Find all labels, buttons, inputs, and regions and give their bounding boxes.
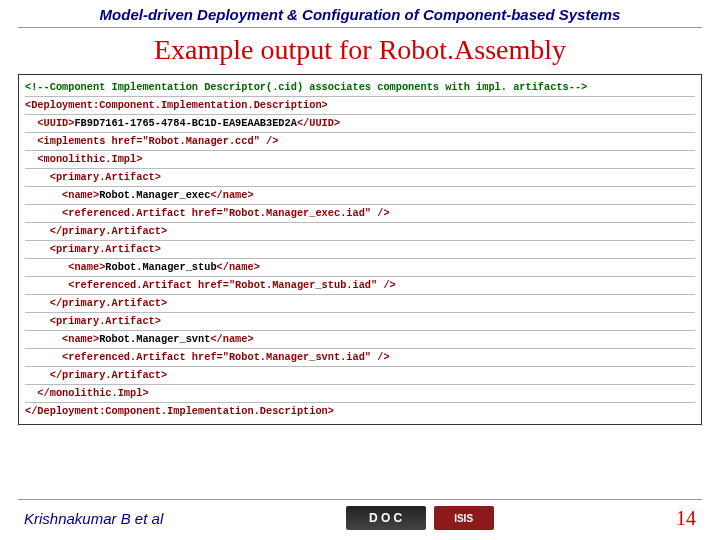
page-number: 14 bbox=[676, 507, 696, 530]
isis-logo: ISIS bbox=[434, 506, 494, 530]
slide-header: Model-driven Deployment & Configuration … bbox=[0, 0, 720, 27]
code-line: <!--Component Implementation Descriptor(… bbox=[25, 81, 587, 93]
code-line: <referenced.Artifact href="Robot.Manager… bbox=[62, 207, 390, 219]
code-tag: <name> bbox=[62, 333, 99, 345]
code-line: <primary.Artifact> bbox=[50, 315, 161, 327]
code-line: </primary.Artifact> bbox=[50, 297, 167, 309]
divider-bottom bbox=[18, 499, 702, 500]
code-tag: </UUID> bbox=[297, 117, 340, 129]
code-tag: </name> bbox=[210, 189, 253, 201]
code-line: <implements href="Robot.Manager.ccd" /> bbox=[37, 135, 278, 147]
doc-logo: D O C bbox=[346, 506, 426, 530]
code-line: </primary.Artifact> bbox=[50, 225, 167, 237]
code-line: </primary.Artifact> bbox=[50, 369, 167, 381]
code-line: <monolithic.Impl> bbox=[37, 153, 142, 165]
slide-title: Example output for Robot.Assembly bbox=[0, 28, 720, 74]
code-line: <referenced.Artifact href="Robot.Manager… bbox=[62, 351, 390, 363]
code-line: </monolithic.Impl> bbox=[37, 387, 148, 399]
code-tag: </name> bbox=[217, 261, 260, 273]
code-line: <Deployment:Component.Implementation.Des… bbox=[25, 99, 328, 111]
code-line: </Deployment:Component.Implementation.De… bbox=[25, 405, 334, 417]
code-text: FB9D7161-1765-4784-BC1D-EA9EAAB3ED2A bbox=[74, 117, 296, 129]
code-tag: <name> bbox=[68, 261, 105, 273]
footer: Krishnakumar B et al D O C ISIS 14 bbox=[0, 499, 720, 530]
code-line: <primary.Artifact> bbox=[50, 171, 161, 183]
code-line: <primary.Artifact> bbox=[50, 243, 161, 255]
code-tag: <name> bbox=[62, 189, 99, 201]
logo-group: D O C ISIS bbox=[346, 506, 494, 530]
code-tag: <UUID> bbox=[37, 117, 74, 129]
code-text: Robot.Manager_exec bbox=[99, 189, 210, 201]
code-tag: </name> bbox=[210, 333, 253, 345]
code-text: Robot.Manager_stub bbox=[105, 261, 216, 273]
author-label: Krishnakumar B et al bbox=[24, 510, 163, 527]
code-listing: <!--Component Implementation Descriptor(… bbox=[18, 74, 702, 425]
code-text: Robot.Manager_svnt bbox=[99, 333, 210, 345]
code-line: <referenced.Artifact href="Robot.Manager… bbox=[68, 279, 396, 291]
